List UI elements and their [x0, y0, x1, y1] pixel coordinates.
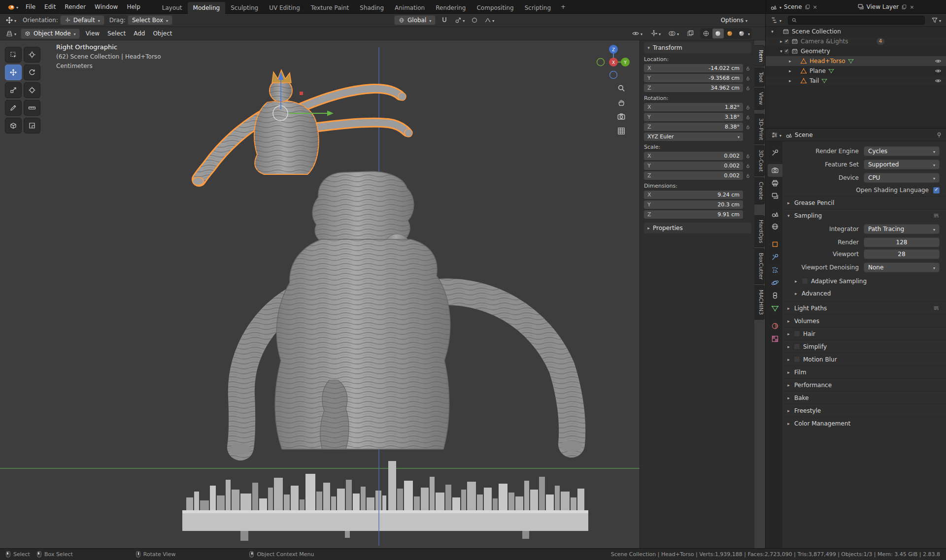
lock-toggle[interactable]: [744, 86, 751, 91]
snap-toggle[interactable]: [439, 16, 450, 24]
device-dropdown[interactable]: CPU: [864, 173, 940, 183]
toggle-ortho-button[interactable]: [617, 127, 626, 135]
integrator-dropdown[interactable]: Path Tracing: [864, 224, 940, 234]
lock-toggle[interactable]: [744, 105, 751, 110]
viewport-menu-item[interactable]: Object: [149, 27, 176, 40]
preset-icon[interactable]: [933, 305, 940, 312]
properties-panel-header[interactable]: Bake: [782, 391, 946, 404]
properties-tab[interactable]: [768, 238, 782, 251]
pan-button[interactable]: [617, 98, 626, 107]
workspace-tab[interactable]: Shading: [354, 2, 389, 14]
new-view-layer-icon[interactable]: [901, 4, 907, 10]
location-field[interactable]: X-14.022 cm: [644, 64, 743, 72]
editor-type-dropdown[interactable]: [769, 16, 783, 24]
location-field[interactable]: Z34.962 cm: [644, 84, 743, 92]
outliner-row[interactable]: Plane: [766, 66, 946, 76]
tool-button[interactable]: [5, 82, 22, 98]
view-layer-selector[interactable]: View Layer: [857, 3, 943, 10]
snap-target-dropdown[interactable]: [453, 17, 466, 24]
properties-tab[interactable]: [768, 146, 782, 159]
preset-icon[interactable]: [933, 212, 940, 219]
properties-tab[interactable]: [768, 177, 782, 190]
rotation-field[interactable]: Y3.18°: [644, 113, 743, 121]
hide-in-viewport-toggle[interactable]: [935, 67, 942, 74]
zoom-button[interactable]: [617, 84, 626, 93]
workspace-tab[interactable]: Sculpting: [225, 2, 264, 14]
lock-toggle[interactable]: [744, 164, 751, 168]
outliner-row[interactable]: Head+Torso: [766, 56, 946, 66]
hide-in-viewport-toggle[interactable]: [935, 58, 942, 65]
filter-dropdown[interactable]: [930, 17, 943, 24]
outliner-row[interactable]: Scene Collection: [766, 27, 946, 36]
proportional-edit-toggle[interactable]: [470, 17, 479, 24]
adaptive-sampling-subpanel[interactable]: Adaptive Sampling: [782, 275, 946, 287]
expand-arrow-icon[interactable]: [787, 68, 793, 73]
viewport[interactable]: Right Orthographic (62) Scene Collection…: [0, 40, 765, 548]
expand-arrow-icon[interactable]: [787, 59, 793, 64]
drag-mode-dropdown[interactable]: Select Box: [128, 15, 172, 25]
shading-rendered-button[interactable]: [736, 29, 747, 38]
advanced-subpanel[interactable]: Advanced: [782, 287, 946, 299]
sidebar-tab[interactable]: BoxCutter: [754, 248, 765, 284]
sidebar-tab[interactable]: HardOps: [754, 215, 765, 248]
properties-tab[interactable]: [768, 320, 782, 332]
panel-checkbox[interactable]: [794, 356, 800, 362]
sidebar-tab[interactable]: Create: [754, 177, 765, 204]
sidebar-tab[interactable]: View: [754, 88, 765, 109]
properties-panel-header[interactable]: Freestyle: [782, 404, 946, 417]
properties-panel-header[interactable]: Film: [782, 365, 946, 378]
workspace-tab[interactable]: Modeling: [188, 2, 226, 14]
expand-arrow-icon[interactable]: [778, 49, 784, 54]
properties-panel-header[interactable]: Grease Pencil: [782, 196, 946, 209]
unlink-scene-icon[interactable]: [813, 3, 817, 10]
render-samples-field[interactable]: 128: [864, 237, 940, 247]
viewport-menu-item[interactable]: Select: [103, 27, 130, 40]
scale-field[interactable]: Y0.002: [644, 162, 743, 170]
shading-wireframe-button[interactable]: [701, 29, 712, 38]
orientation-dropdown[interactable]: Default: [60, 15, 104, 25]
menu-item[interactable]: Window: [90, 0, 122, 14]
pin-icon[interactable]: [936, 132, 943, 138]
navigation-gizmo[interactable]: Z Y X: [593, 41, 634, 83]
editor-type-dropdown[interactable]: [4, 30, 18, 37]
sidebar-tab[interactable]: 3D-Print: [754, 114, 765, 145]
properties-panel-header[interactable]: Light Paths: [782, 301, 946, 314]
axis-neg-z-handle[interactable]: [610, 71, 617, 79]
scale-field[interactable]: Z0.002: [644, 171, 743, 180]
scene-selector[interactable]: Scene: [770, 3, 855, 10]
shading-solid-button[interactable]: [712, 29, 724, 38]
scale-field[interactable]: X0.002: [644, 152, 743, 160]
transform-orientation-dropdown[interactable]: Global: [394, 15, 436, 25]
torso-sculpture[interactable]: [229, 171, 582, 455]
menu-item[interactable]: File: [21, 0, 40, 14]
rotation-field[interactable]: X1.82°: [644, 103, 743, 111]
tool-button[interactable]: [24, 118, 40, 133]
new-scene-icon[interactable]: [805, 4, 811, 10]
shading-material-button[interactable]: [724, 29, 736, 38]
viewport-menu-item[interactable]: Add: [130, 27, 149, 40]
menu-item[interactable]: Help: [122, 0, 144, 14]
osl-checkbox[interactable]: [933, 187, 940, 194]
blender-menu-button[interactable]: [4, 3, 21, 11]
workspace-tab[interactable]: UV Editing: [264, 2, 305, 14]
active-tool-dropdown[interactable]: [4, 16, 18, 24]
properties-tab[interactable]: [768, 289, 782, 302]
viewport-samples-field[interactable]: 28: [864, 249, 940, 259]
city-scan-mesh[interactable]: [182, 461, 588, 541]
lock-toggle[interactable]: [744, 125, 751, 130]
properties-tab[interactable]: [768, 207, 782, 220]
expand-arrow-icon[interactable]: [787, 78, 793, 83]
visibility-dropdown[interactable]: [630, 30, 644, 37]
sampling-panel-header[interactable]: Sampling: [782, 209, 946, 222]
tool-button[interactable]: [24, 47, 40, 63]
dimension-field[interactable]: Z9.91 cm: [644, 210, 743, 219]
lock-toggle[interactable]: [744, 76, 751, 81]
outliner-row[interactable]: Camera &Lights 4: [766, 36, 946, 46]
outliner-row[interactable]: Tail: [766, 76, 946, 86]
properties-tab[interactable]: [768, 164, 782, 177]
rotation-field[interactable]: Z8.38°: [644, 123, 743, 131]
render-engine-dropdown[interactable]: Cycles: [864, 146, 940, 156]
properties-tab[interactable]: [768, 276, 782, 289]
overlays-dropdown[interactable]: [667, 30, 680, 37]
search-input[interactable]: [788, 16, 925, 25]
